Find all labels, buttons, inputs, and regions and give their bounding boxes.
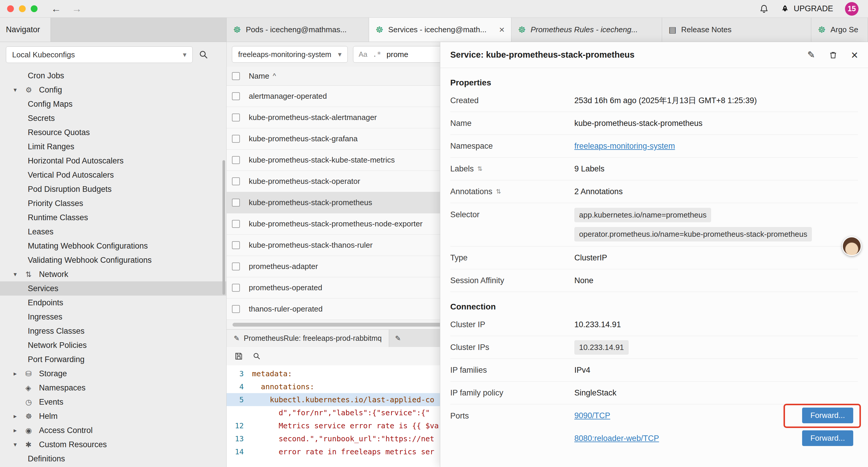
cluster-ip-badge: 10.233.14.91 — [574, 340, 629, 355]
sidebar-item-vertical-pod-autoscalers[interactable]: Vertical Pod Autoscalers — [0, 168, 226, 182]
navigator-panel-tab[interactable]: Navigator — [0, 18, 51, 42]
row-checkbox[interactable] — [232, 305, 240, 313]
kubernetes-cluster-icon: ☸ — [818, 25, 826, 35]
sidebar-group-storage[interactable]: ▸⛁Storage — [0, 367, 226, 381]
sidebar-item-ingress-classes[interactable]: Ingress Classes — [0, 324, 226, 338]
row-checkbox[interactable] — [232, 199, 240, 207]
close-tab-icon[interactable]: × — [496, 24, 505, 35]
port-line: 9090/TCP Forward... — [574, 404, 858, 427]
sidebar-scrollbar[interactable] — [222, 160, 225, 295]
sidebar-item-namespaces[interactable]: ◈Namespaces — [0, 381, 226, 395]
tab-argo[interactable]: ☸ Argo Se — [811, 18, 868, 42]
delete-trash-icon[interactable] — [829, 50, 838, 60]
save-icon[interactable] — [234, 352, 243, 360]
line-number: 13 — [226, 435, 252, 443]
line-number: 12 — [226, 421, 252, 430]
sidebar-item-network-policies[interactable]: Network Policies — [0, 338, 226, 352]
sidebar-group-helm[interactable]: ▸☸Helm — [0, 409, 226, 423]
sidebar-item-resource-quotas[interactable]: Resource Quotas — [0, 125, 226, 140]
dock-tab-partial[interactable]: ✎ — [389, 329, 407, 347]
forward-port-button[interactable]: Forward... — [802, 408, 853, 423]
edit-pencil-icon[interactable]: ✎ — [807, 49, 815, 60]
sidebar-group-custom-resources[interactable]: ▾✱Custom Resources — [0, 437, 226, 451]
sidebar-item-validating-webhook-configurations[interactable]: Validating Webhook Configurations — [0, 253, 226, 267]
select-all-checkbox[interactable] — [232, 72, 240, 80]
regex-toggle[interactable]: .* — [373, 50, 381, 59]
line-number: 5 — [226, 396, 252, 404]
drawer-header: Service: kube-prometheus-stack-prometheu… — [440, 42, 868, 68]
sidebar-group-network[interactable]: ▾⇅Network — [0, 267, 226, 282]
chevron-right-icon[interactable]: ▸ — [13, 427, 25, 434]
sidebar-item-secrets[interactable]: Secrets — [0, 111, 226, 125]
sidebar-group-access-control[interactable]: ▸◉Access Control — [0, 423, 226, 437]
sidebar-item-config-maps[interactable]: Config Maps — [0, 97, 226, 111]
chevron-down-icon[interactable]: ▾ — [13, 86, 25, 93]
row-checkbox[interactable] — [232, 114, 240, 121]
kubeconfig-selector[interactable]: Local Kubeconfigs ▾ — [6, 47, 193, 63]
sidebar-item-runtime-classes[interactable]: Runtime Classes — [0, 210, 226, 225]
sidebar-item-definitions[interactable]: Definitions — [0, 451, 226, 466]
forward-port-button[interactable]: Forward... — [802, 430, 853, 446]
chevron-down-icon[interactable]: ▾ — [13, 271, 25, 278]
row-checkbox[interactable] — [232, 220, 240, 228]
dock-tab-prometheusrule[interactable]: ✎ PrometheusRule: freeleaps-prod-rabbitm… — [226, 329, 389, 347]
sidebar-item-cron-jobs[interactable]: Cron Jobs — [0, 68, 226, 83]
sort-toggle-icon[interactable]: ⇅ — [496, 188, 501, 195]
sidebar-item-leases[interactable]: Leases — [0, 225, 226, 239]
sidebar-item-pod-disruption-budgets[interactable]: Pod Disruption Budgets — [0, 182, 226, 196]
row-checkbox[interactable] — [232, 241, 240, 249]
close-drawer-icon[interactable]: × — [851, 49, 858, 61]
row-checkbox[interactable] — [232, 92, 240, 100]
zoom-window-button[interactable] — [31, 5, 37, 12]
sidebar-item-ingresses[interactable]: Ingresses — [0, 310, 226, 324]
port-link[interactable]: 9090/TCP — [574, 411, 610, 420]
search-icon[interactable] — [198, 50, 209, 60]
sidebar-item-mutating-webhook-configurations[interactable]: Mutating Webhook Configurations — [0, 239, 226, 253]
match-case-toggle[interactable]: Aa — [359, 50, 367, 59]
rocket-icon — [780, 4, 789, 13]
sidebar-item-port-forwarding[interactable]: Port Forwarding — [0, 352, 226, 367]
row-checkbox[interactable] — [232, 135, 240, 143]
sort-toggle-icon[interactable]: ⇅ — [477, 165, 483, 172]
namespace-link[interactable]: freeleaps-monitoring-system — [574, 142, 675, 151]
tab-services[interactable]: ☸ Services - icecheng@math... × — [369, 18, 512, 42]
sidebar-item-endpoints[interactable]: Endpoints — [0, 296, 226, 310]
row-checkbox[interactable] — [232, 284, 240, 292]
sidebar-item-priority-classes[interactable]: Priority Classes — [0, 196, 226, 210]
notification-count-badge[interactable]: 15 — [845, 2, 859, 16]
sidebar-item-limit-ranges[interactable]: Limit Ranges — [0, 140, 226, 154]
app-window: ← → UPGRADE 15 Navigator ☸ Pods - iceche… — [0, 0, 868, 467]
tab-prometheus-rules[interactable]: ☸ Prometheus Rules - icecheng... — [512, 18, 662, 42]
custom-resources-icon: ✱ — [25, 440, 39, 449]
row-checkbox[interactable] — [232, 177, 240, 185]
tab-pods[interactable]: ☸ Pods - icecheng@mathmas... — [226, 18, 369, 42]
sidebar-group-config[interactable]: ▾⚙Config — [0, 83, 226, 97]
row-checkbox[interactable] — [232, 156, 240, 164]
back-icon[interactable]: ← — [51, 3, 61, 14]
search-input[interactable] — [386, 50, 434, 59]
namespace-selector[interactable]: freeleaps-monitoring-system ▾ — [232, 46, 348, 63]
upgrade-button[interactable]: UPGRADE — [780, 4, 833, 13]
window-titlebar: ← → UPGRADE 15 — [0, 0, 868, 18]
minimize-window-button[interactable] — [19, 5, 26, 12]
chevron-right-icon[interactable]: ▸ — [13, 370, 25, 377]
detail-row-namespace: Namespace freeleaps-monitoring-system — [450, 135, 858, 157]
tab-label: Services - icecheng@math... — [388, 25, 487, 34]
storage-icon: ⛁ — [25, 370, 39, 378]
sidebar-item-horizontal-pod-autoscalers[interactable]: Horizontal Pod Autoscalers — [0, 154, 226, 168]
notifications-bell-icon[interactable] — [759, 4, 769, 14]
name-column-header[interactable]: Name ^ — [249, 71, 276, 81]
forward-icon[interactable]: → — [72, 3, 82, 14]
sidebar-item-events[interactable]: ◷Events — [0, 395, 226, 409]
port-link[interactable]: 8080:reloader-web/TCP — [574, 434, 659, 443]
sidebar-item-services[interactable]: Services — [0, 282, 226, 296]
namespaces-icon: ◈ — [25, 384, 39, 392]
chevron-right-icon[interactable]: ▸ — [13, 413, 25, 420]
tab-release-notes[interactable]: ▤ Release Notes — [662, 18, 811, 42]
user-avatar[interactable] — [842, 236, 862, 256]
line-number: 4 — [226, 382, 252, 391]
row-checkbox[interactable] — [232, 262, 240, 270]
chevron-down-icon[interactable]: ▾ — [13, 441, 25, 448]
close-window-button[interactable] — [7, 5, 14, 12]
search-icon[interactable] — [253, 352, 261, 360]
